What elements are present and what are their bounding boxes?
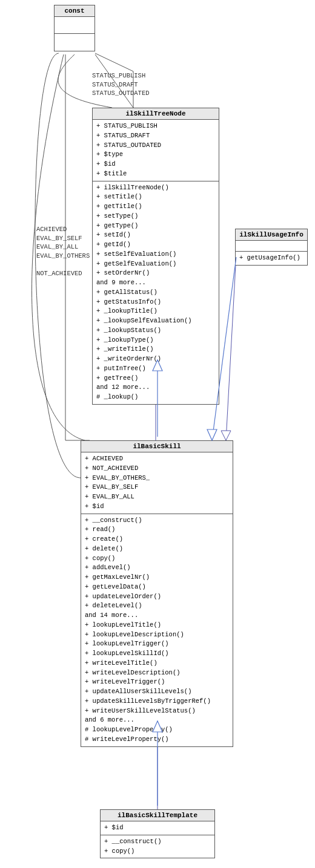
method-and-14-more: and 14 more...: [85, 611, 229, 621]
method-set-self-eval: + setSelfEvaluation(): [96, 250, 215, 259]
method-lookup-level-trigger: + lookupLevelTrigger(): [85, 639, 229, 649]
field-not-achieved: + NOT_ACHIEVED: [85, 464, 229, 474]
method-get-id: + getId(): [96, 240, 215, 250]
field-eval-by-others: + EVAL_BY_OTHERS_: [85, 474, 229, 483]
method-template-construct: + __construct(): [104, 837, 211, 847]
ilskill-usage-info-fields: [236, 241, 307, 252]
ilbasic-skill-methods: + __construct() + read() + create() + de…: [81, 514, 233, 746]
method-delete-level: + deleteLevel(): [85, 601, 229, 611]
method-get-self-eval: + getSelfEvaluation(): [96, 259, 215, 269]
method-set-type: + setType(): [96, 212, 215, 221]
field-status-publish: + STATUS_PUBLISH: [96, 122, 215, 131]
method-lookup-self-eval: + _lookupSelfEvaluation(): [96, 316, 215, 326]
method-get-tree: + getTree(): [96, 374, 215, 383]
field-basic-id: + $id: [85, 502, 229, 512]
ilskill-tree-node-fields: + STATUS_PUBLISH + STATUS_DRAFT + STATUS…: [93, 120, 219, 181]
method-get-max-level: + getMaxLevelNr(): [85, 573, 229, 582]
method-template-copy: + copy(): [104, 847, 211, 857]
field-status-outdated: + STATUS_OUTDATED: [96, 141, 215, 151]
method-and-9-more: and 9 more...: [96, 278, 215, 288]
method-write-level-prop: # writeLevelProperty(): [85, 735, 229, 745]
method-and-12-more: and 12 more...: [96, 383, 215, 393]
method-set-id: + setId(): [96, 230, 215, 240]
ilskill-tree-node-box: ilSkillTreeNode + STATUS_PUBLISH + STATU…: [92, 108, 219, 405]
ilbasic-skill-template-methods: + __construct() + copy(): [101, 835, 214, 858]
method-write-level-title: + writeLevelTitle(): [85, 659, 229, 668]
field-eval-by-all: + EVAL_BY_ALL: [85, 492, 229, 502]
field-eval-by-self: + EVAL_BY_SELF: [85, 483, 229, 492]
status-const-label: STATUS_PUBLISH STATUS_DRAFT STATUS_OUTDA…: [92, 71, 150, 98]
svg-line-5: [226, 254, 236, 440]
field-achieved: + ACHIEVED: [85, 454, 229, 464]
method-get-type: + getType(): [96, 221, 215, 231]
method-lookup-level-title: + lookupLevelTitle(): [85, 621, 229, 630]
ilskill-usage-info-title: ilSkillUsageInfo: [236, 229, 307, 241]
method-basic-copy: + copy(): [85, 554, 229, 564]
method-put-in-tree: + putInTree(): [96, 364, 215, 374]
method-constructor: + ilSkillTreeNode(): [96, 183, 215, 193]
method-update-all-user: + updateAllUserSkillLevels(): [85, 687, 229, 697]
const-section-1: [55, 17, 94, 34]
ilskill-usage-info-methods: + getUsageInfo(): [236, 252, 307, 265]
ilbasic-skill-title: ilBasicSkill: [81, 441, 233, 452]
method-and-6-more: and 6 more...: [85, 716, 229, 725]
ilbasic-skill-template-title: ilBasicSkillTemplate: [101, 810, 214, 821]
field-title: + $title: [96, 169, 215, 179]
method-get-level-data: + getLevelData(): [85, 582, 229, 592]
method-write-title: + _writeTitle(): [96, 345, 215, 354]
method-write-order: + _writeOrderNr(): [96, 354, 215, 364]
ilbasic-skill-box: ilBasicSkill + ACHIEVED + NOT_ACHIEVED +…: [81, 440, 233, 747]
method-update-level-order: + updateLevelOrder(): [85, 592, 229, 602]
method-lookup-type: + _lookupType(): [96, 336, 215, 345]
method-add-level: + addLevel(): [85, 563, 229, 573]
ilbasic-skill-template-fields: + $id: [101, 821, 214, 835]
const-section-2: [55, 34, 94, 51]
field-id: + $id: [96, 160, 215, 169]
method-get-all-status: + getAllStatus(): [96, 288, 215, 298]
method-get-title: + getTitle(): [96, 202, 215, 212]
method-lookup-level-skill-id: + lookupLevelSkillId(): [85, 649, 229, 659]
const-box: const: [54, 5, 95, 51]
method-basic-delete: + delete(): [85, 544, 229, 554]
const-title: const: [55, 5, 94, 17]
ilbasic-skill-template-box: ilBasicSkillTemplate + $id + __construct…: [100, 809, 215, 858]
field-type: + $type: [96, 150, 215, 160]
method-lookup-status: + _lookupStatus(): [96, 326, 215, 336]
ilbasic-skill-fields: + ACHIEVED + NOT_ACHIEVED + EVAL_BY_OTHE…: [81, 452, 233, 514]
method-get-usage-info: + getUsageInfo(): [239, 253, 303, 263]
method-get-status-info: + getStatusInfo(): [96, 298, 215, 307]
method-lookup-title: + _lookupTitle(): [96, 307, 215, 316]
method-write-level-desc: + writeLevelDescription(): [85, 668, 229, 678]
ilskill-tree-node-methods: + ilSkillTreeNode() + setTitle() + getTi…: [93, 181, 219, 404]
method-basic-read: + read(): [85, 525, 229, 535]
field-status-draft: + STATUS_DRAFT: [96, 131, 215, 141]
svg-marker-12: [207, 429, 217, 440]
method-update-by-trigger: + updateSkillLevelsByTriggerRef(): [85, 697, 229, 706]
ilskill-tree-node-title: ilSkillTreeNode: [93, 108, 219, 120]
method-lookup-level-prop: # lookupLevelProperty(): [85, 725, 229, 735]
eval-const-label: ACHIEVED EVAL_BY_SELF EVAL_BY_ALL EVAL_B…: [36, 225, 90, 278]
diagram-container: const STATUS_PUBLISH STATUS_DRAFT STATUS…: [0, 0, 315, 868]
svg-marker-6: [221, 431, 231, 440]
method-basic-construct: + __construct(): [85, 516, 229, 526]
method-write-user-status: + writeUserSkillLevelStatus(): [85, 706, 229, 716]
method-write-level-trigger: + writeLevelTrigger(): [85, 677, 229, 687]
method-set-order: + setOrderNr(): [96, 269, 215, 278]
method-lookup-private: # _lookup(): [96, 393, 215, 402]
method-lookup-level-desc: + lookupLevelDescription(): [85, 630, 229, 640]
method-basic-create: + create(): [85, 535, 229, 544]
method-set-title: + setTitle(): [96, 192, 215, 202]
field-template-id: + $id: [104, 823, 211, 833]
ilskill-usage-info-box: ilSkillUsageInfo + getUsageInfo(): [235, 229, 308, 266]
